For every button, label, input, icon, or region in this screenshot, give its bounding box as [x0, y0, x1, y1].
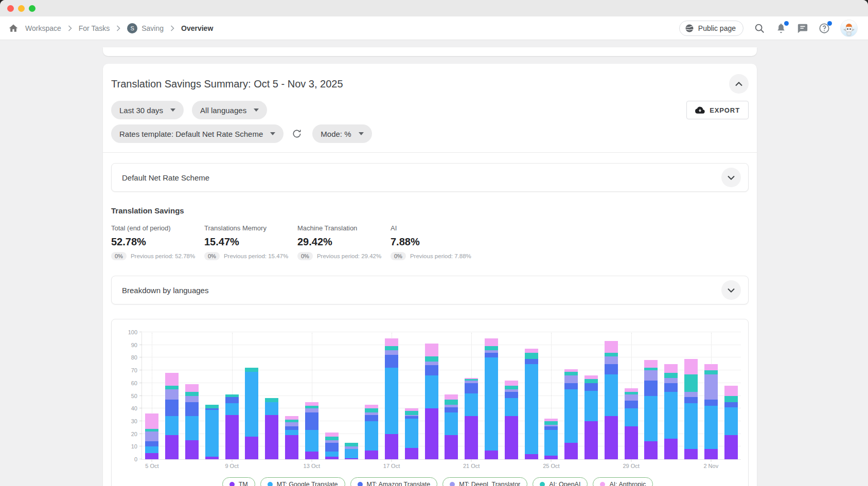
- expand-breakdown-button[interactable]: [721, 280, 741, 300]
- breadcrumb-saving[interactable]: Saving: [141, 24, 164, 32]
- legend-item-ai-anthropic[interactable]: AI: Anthropic: [593, 477, 653, 486]
- chart-bar-10-oct[interactable]: [245, 368, 258, 459]
- x-axis-tick: [551, 459, 552, 462]
- chart-bar-18-oct[interactable]: [405, 408, 418, 459]
- breadcrumb-workspace[interactable]: Workspace: [25, 24, 61, 32]
- y-axis-tick: [139, 357, 142, 357]
- chart-bar-27-oct[interactable]: [584, 375, 598, 459]
- close-window-button[interactable]: [7, 5, 14, 12]
- chart-bar-7-oct[interactable]: [185, 384, 199, 459]
- legend-item-mt-deepl-translator[interactable]: MT: DeepL Translator: [442, 477, 527, 486]
- bar-segment: [684, 374, 698, 392]
- chart-bar-3-nov[interactable]: [724, 386, 738, 459]
- chat-icon[interactable]: [797, 23, 808, 34]
- bar-segment: [205, 410, 219, 457]
- languages-filter[interactable]: All languages: [192, 101, 267, 119]
- stat-delta-badge: 0%: [111, 252, 127, 260]
- bar-segment: [385, 434, 398, 459]
- home-icon[interactable]: [8, 23, 19, 33]
- breadcrumb-for-tasks[interactable]: For Tasks: [79, 24, 110, 32]
- public-page-button[interactable]: Public page: [679, 21, 743, 36]
- chart-bar-24-oct[interactable]: [525, 349, 538, 459]
- bar-segment: [445, 394, 458, 400]
- chart-bar-19-oct[interactable]: [425, 344, 438, 459]
- bar-segment: [704, 374, 718, 400]
- chart-bar-25-oct[interactable]: [544, 419, 558, 459]
- chart-bar-8-oct[interactable]: [205, 405, 219, 459]
- chart-bar-1-nov[interactable]: [684, 359, 698, 459]
- bar-segment: [704, 406, 718, 449]
- bar-segment: [365, 421, 378, 451]
- mode-filter[interactable]: Mode: %: [312, 124, 371, 143]
- minimize-window-button[interactable]: [18, 5, 25, 12]
- bar-segment: [405, 411, 418, 415]
- zoom-window-button[interactable]: [29, 5, 36, 12]
- chart-bar-29-oct[interactable]: [625, 388, 638, 459]
- chart-bar-13-oct[interactable]: [305, 402, 318, 459]
- legend-label: AI: Anthropic: [609, 481, 646, 486]
- collapse-panel-button[interactable]: [729, 74, 749, 94]
- bar-segment: [684, 397, 698, 403]
- avatar[interactable]: [840, 20, 858, 37]
- bar-segment: [525, 364, 538, 454]
- chart-bar-6-oct[interactable]: [165, 373, 179, 459]
- legend-dot: [229, 482, 235, 486]
- breakdown-card[interactable]: Breakdown by languages: [111, 276, 749, 304]
- search-icon[interactable]: [754, 23, 765, 34]
- expand-rate-scheme-button[interactable]: [721, 168, 741, 187]
- rates-template-filter[interactable]: Rates template: Default Net Rate Scheme: [111, 124, 284, 143]
- app-window: Workspace For Tasks S Saving Overview Pu…: [0, 0, 868, 486]
- breadcrumb-overview[interactable]: Overview: [181, 24, 213, 32]
- chart-bar-15-oct[interactable]: [345, 443, 358, 459]
- date-range-filter[interactable]: Last 30 days: [111, 101, 184, 119]
- chart-bar-31-oct[interactable]: [664, 364, 678, 459]
- chart-bar-9-oct[interactable]: [225, 394, 239, 459]
- x-axis-label: 17 Oct: [383, 463, 400, 469]
- bar-segment: [145, 441, 158, 446]
- chart-bar-14-oct[interactable]: [325, 433, 339, 459]
- chart-bar-26-oct[interactable]: [564, 369, 578, 459]
- bar-segment: [385, 350, 398, 355]
- chart-bar-16-oct[interactable]: [365, 405, 378, 459]
- legend-item-ai-openai[interactable]: AI: OpenAI: [533, 477, 588, 486]
- x-axis-label: 13 Oct: [304, 463, 320, 469]
- legend-dot: [540, 482, 545, 486]
- bar-segment: [544, 430, 558, 455]
- chart-bar-21-oct[interactable]: [465, 378, 478, 459]
- chart-bar-12-oct[interactable]: [285, 416, 298, 459]
- y-axis-label: 90: [131, 342, 137, 348]
- bar-segment: [605, 416, 618, 459]
- notifications-bell-icon[interactable]: [775, 23, 787, 34]
- bar-segment: [525, 454, 538, 459]
- bar-segment: [245, 372, 258, 437]
- legend-label: AI: OpenAI: [549, 481, 580, 486]
- chart-bar-20-oct[interactable]: [445, 394, 458, 459]
- legend-item-mt-google-translate[interactable]: MT: Google Translate: [260, 477, 345, 486]
- export-button[interactable]: EXPORT: [686, 101, 749, 119]
- refresh-button[interactable]: [292, 129, 302, 139]
- chart-bar-17-oct[interactable]: [385, 338, 398, 459]
- bar-segment: [285, 430, 298, 435]
- rate-scheme-card[interactable]: Default Net Rate Scheme: [111, 163, 749, 192]
- help-icon[interactable]: [819, 23, 830, 34]
- bar-segment: [625, 388, 638, 392]
- chart-bar-11-oct[interactable]: [265, 398, 278, 459]
- bar-segment: [684, 392, 698, 397]
- legend-item-tm[interactable]: TM: [222, 477, 255, 486]
- chart-bar-5-oct[interactable]: [145, 413, 158, 459]
- bar-segment: [684, 403, 698, 449]
- chart-bar-28-oct[interactable]: [605, 341, 618, 459]
- bar-segment: [325, 452, 339, 457]
- bar-segment: [425, 408, 438, 459]
- y-axis-label: 20: [131, 431, 137, 437]
- chart-bar-30-oct[interactable]: [644, 360, 658, 459]
- chart-bar-22-oct[interactable]: [485, 338, 498, 459]
- bar-segment: [605, 341, 618, 352]
- y-axis-label: 30: [131, 418, 137, 424]
- legend-item-mt-amazon-translate[interactable]: MT: Amazon Translate: [350, 477, 438, 486]
- chart-bar-2-nov[interactable]: [704, 364, 718, 459]
- bar-segment: [385, 338, 398, 346]
- bar-segment: [405, 419, 418, 448]
- chart-bar-23-oct[interactable]: [505, 381, 518, 459]
- bar-segment: [664, 439, 678, 459]
